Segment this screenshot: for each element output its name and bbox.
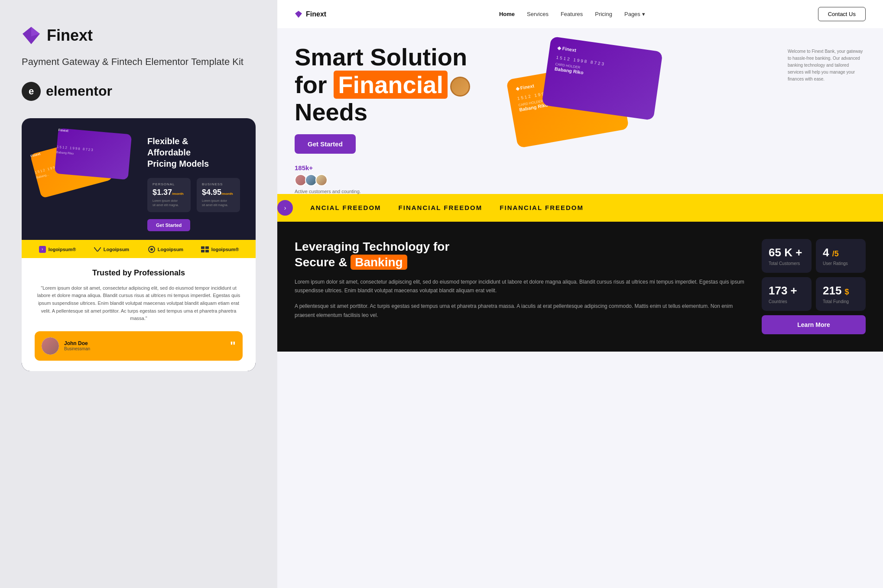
stat-customers-number: 65 K +: [769, 246, 805, 259]
customers-count: 185k+: [295, 164, 494, 171]
get-started-button[interactable]: Get Started: [295, 134, 356, 154]
nav-brand: Finext: [295, 10, 326, 18]
hero-description: Welcome to Finext Bank, your gateway to …: [788, 48, 866, 83]
nav-logo-icon: [295, 10, 302, 18]
ticker-text-3: FINANCIAL FREEDOM: [500, 204, 584, 211]
pricing-plans: PERSONAL $1.37/month Lorem ipsum dolorsi…: [147, 178, 243, 212]
dark-left: Leveraging Technology for Secure & Banki…: [295, 239, 744, 334]
logo-bar-item-3: Logoipsum: [139, 246, 193, 253]
elementor-text: elementor: [46, 83, 112, 99]
nav-brand-name: Finext: [306, 10, 326, 18]
plan-personal: PERSONAL $1.37/month Lorem ipsum dolorsi…: [147, 178, 191, 212]
stat-ratings-number: 4 /5: [823, 246, 859, 259]
dark-desc-1: Lorem ipsum dolor sit amet, consectetur …: [295, 278, 744, 295]
pricing-section: Flexible &AffordablePricing Models PERSO…: [147, 131, 243, 231]
nav-pages[interactable]: Pages ▾: [624, 11, 645, 17]
card-top: Finext 1512 1998 8723 Babang... Finext 1…: [22, 118, 256, 240]
nav-link-home[interactable]: Home: [499, 11, 515, 17]
testimonial-info: John Doe Businessman: [64, 340, 225, 351]
navbar: Finext Home Services Features Pricing Pa…: [277, 0, 883, 28]
logo-bar-icon-2: [94, 247, 101, 252]
brand-header: Finext: [22, 26, 256, 45]
customers-label: Active customers and counting.: [295, 189, 494, 194]
svg-rect-4: [201, 250, 205, 252]
stat-customers-label: Total Customers: [769, 261, 805, 266]
logo-bar-icon-4: [201, 246, 209, 252]
nav-link-services[interactable]: Services: [527, 11, 549, 17]
ticker-bar: › ANCIAL FREEDOM FINANCIAL FREEDOM FINAN…: [277, 194, 883, 222]
logo-bar-item-1: › logoipsum®: [30, 246, 84, 253]
svg-rect-2: [201, 246, 205, 249]
stat-card-customers: 65 K + Total Customers: [762, 239, 812, 273]
quote-icon: ": [230, 339, 236, 353]
hero-desc-area: Welcome to Finext Bank, your gateway to …: [788, 44, 866, 194]
right-panel: Finext Home Services Features Pricing Pa…: [277, 0, 883, 588]
trusted-section: Trusted by Professionals "Lorem ipsum do…: [22, 258, 256, 371]
get-started-small-button[interactable]: Get Started: [147, 219, 190, 231]
testimonial-card: John Doe Businessman ": [35, 331, 243, 361]
elementor-badge: e elementor: [22, 82, 256, 101]
plan-business: BUSINESS $4.95/month Lorem ipsum dolorsi…: [197, 178, 240, 212]
nav-link-pricing[interactable]: Pricing: [595, 11, 612, 17]
dark-section: Leveraging Technology for Secure & Banki…: [277, 222, 883, 352]
learn-more-button[interactable]: Learn More: [762, 315, 866, 334]
dark-desc-2: A pellentesque sit amet porttitor. Ac tu…: [295, 302, 744, 320]
left-panel: Finext Payment Gateway & Fintech Element…: [0, 0, 277, 588]
ticker-text: ANCIAL FREEDOM: [310, 204, 381, 211]
stat-countries-label: Countries: [769, 299, 805, 304]
hero-section: Smart Solution for Financial Needs Get S…: [277, 28, 883, 194]
stat-funding-number: 215 $: [823, 284, 859, 297]
logo-bar-icon-1: ›: [39, 246, 46, 253]
stat-card-countries: 173 + Countries: [762, 277, 812, 311]
nav-links: Home Services Features Pricing Pages ▾: [499, 11, 645, 17]
hero-title: Smart Solution for Financial Needs: [295, 44, 494, 126]
testimonial-role: Businessman: [64, 346, 225, 351]
credit-card-purple: Finext 1512 1998 8723 Babang Riko: [55, 128, 132, 180]
coin-icon: [450, 77, 470, 97]
pricing-title: Flexible &AffordablePricing Models: [147, 136, 243, 169]
stat-countries-number: 173 +: [769, 284, 805, 297]
brand-subtitle: Payment Gateway & Fintech Elementor Temp…: [22, 55, 256, 69]
dark-right: 65 K + Total Customers 4 /5 User Ratings…: [762, 239, 866, 334]
nav-link-features[interactable]: Features: [561, 11, 583, 17]
cards-visual: Finext 1512 1998 8723 Babang... Finext 1…: [35, 131, 139, 231]
logo-bar-item-4: logoipsum®: [193, 246, 247, 252]
customers-bar: 185k+ Active customers and counting.: [295, 164, 494, 194]
testimonial-avatar: [42, 337, 59, 355]
logo-bar: › logoipsum® Logoipsum Logoipsum: [22, 240, 256, 259]
elementor-icon: e: [22, 82, 41, 101]
ticker-icon: ›: [277, 200, 293, 216]
svg-rect-3: [205, 246, 209, 249]
stat-ratings-label: User Ratings: [823, 261, 859, 266]
customer-avatar-3: [315, 174, 328, 186]
diamond-logo-icon: [22, 26, 41, 45]
trusted-title: Trusted by Professionals: [35, 268, 243, 278]
ticker-text-2: FINANCIAL FREEDOM: [399, 204, 483, 211]
hero-left: Smart Solution for Financial Needs Get S…: [295, 44, 494, 194]
preview-card: Finext 1512 1998 8723 Babang... Finext 1…: [22, 118, 256, 371]
testimonial-name: John Doe: [64, 340, 225, 346]
contact-us-button[interactable]: Contact Us: [818, 7, 866, 21]
banking-highlight: Banking: [351, 255, 407, 270]
logo-bar-item-2: Logoipsum: [84, 247, 139, 252]
svg-marker-6: [295, 11, 302, 18]
brand-name: Finext: [47, 26, 93, 45]
stat-funding-label: Total Funding: [823, 299, 859, 304]
svg-rect-5: [205, 250, 209, 252]
dark-title: Leveraging Technology for Secure & Banki…: [295, 239, 744, 271]
ticker-content: › ANCIAL FREEDOM FINANCIAL FREEDOM FINAN…: [277, 200, 584, 216]
hero-cards-area: ◆ Finext 1512 1998 8723 Card Holder Baba…: [503, 44, 779, 194]
trusted-text: "Lorem ipsum dolor sit amet, consectetur…: [35, 284, 243, 323]
stat-card-ratings: 4 /5 User Ratings: [816, 239, 866, 273]
stat-card-funding: 215 $ Total Funding: [816, 277, 866, 311]
